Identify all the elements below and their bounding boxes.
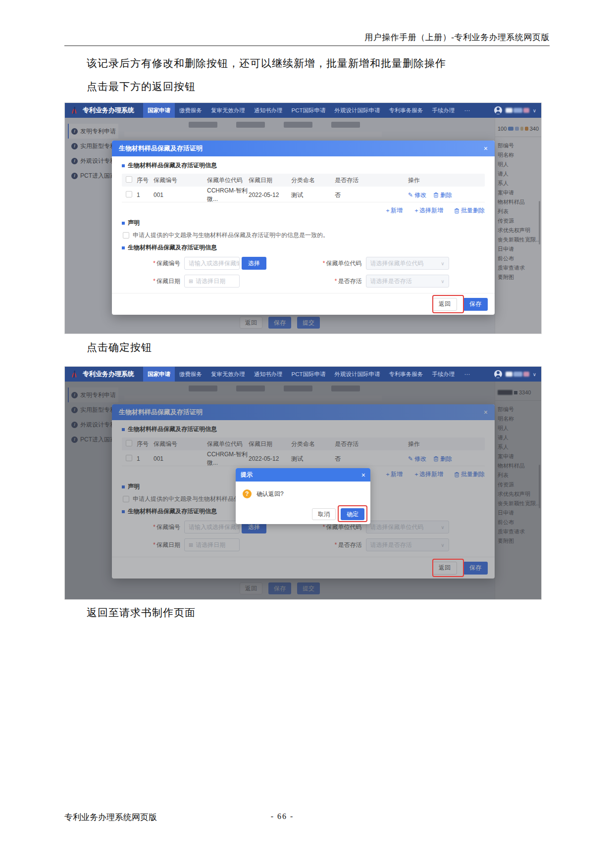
required-mark: *: [153, 278, 155, 285]
modal-back-button[interactable]: 返回: [432, 298, 457, 311]
table-header-cell: 保藏单位代码: [207, 176, 249, 185]
modal-save-button[interactable]: 保存: [463, 298, 488, 311]
nav-item[interactable]: 国家申请: [143, 103, 175, 118]
user-name-redacted: [506, 372, 529, 377]
choose-button[interactable]: 选择: [242, 257, 266, 270]
trash-icon: [454, 208, 460, 214]
user-area: ∨: [494, 106, 536, 114]
select-all-checkbox[interactable]: [126, 176, 132, 183]
nav-item[interactable]: 国家申请: [143, 367, 175, 382]
bio-material-modal: 生物材料样品保藏及存活证明 × 生物材料样品保藏及存活证明信息 序号保藏编号保藏…: [112, 141, 495, 315]
app-screenshot: 专利业务办理系统 国家申请缴费服务复审无效办理通知书办理PCT国际申请外观设计国…: [65, 103, 541, 334]
dialog-footer: 取消 确定: [236, 504, 370, 524]
table-header-cell: 保藏编号: [154, 176, 207, 185]
user-avatar-icon[interactable]: [494, 370, 502, 378]
field-label: 保藏单位代码: [326, 260, 362, 267]
nav-item[interactable]: PCT国际申请: [287, 103, 330, 118]
nav-item[interactable]: 专利事务服务: [385, 367, 428, 382]
preservation-date-input[interactable]: ⊞请选择日期: [184, 275, 240, 288]
app-screenshot: 专利业务办理系统 国家申请缴费服务复审无效办理通知书办理PCT国际申请外观设计国…: [65, 367, 541, 599]
app-title: 专利业务办理系统: [83, 106, 134, 115]
page-content: !发明专利申请!实用新型专利!外观设计专利!PCT进入国家 100 340 33…: [65, 118, 541, 334]
field-label: 是否存活: [338, 278, 362, 285]
modal-title: 生物材料样品保藏及存活证明: [119, 144, 203, 153]
body-text: 该记录后方有修改和删除按钮，还可以继续新增，批量新增和批量删除操作: [87, 56, 446, 70]
chevron-down-icon[interactable]: ∨: [533, 372, 536, 377]
body-text: 点击确定按钮: [87, 340, 152, 354]
app-title: 专利业务办理系统: [83, 370, 134, 379]
page-content: !发明专利申请!实用新型专利!外观设计专利!PCT进入国家 100 340 33…: [65, 382, 541, 599]
add-select-button[interactable]: ＋选择新增: [413, 206, 443, 215]
nav-item[interactable]: 复审无效办理: [206, 367, 250, 382]
table-header-cell: 是否存活: [335, 176, 408, 185]
nav-item[interactable]: 缴费服务: [175, 103, 206, 118]
body-text: 点击最下方的返回按钮: [87, 80, 196, 94]
add-button[interactable]: ＋新增: [385, 206, 403, 215]
dialog-body: ? 确认返回?: [236, 482, 370, 504]
calendar-icon: ⊞: [189, 278, 193, 285]
manual-page: 用户操作手册（上册）-专利业务办理系统网页版 该记录后方有修改和删除按钮，还可以…: [0, 0, 614, 868]
top-navbar: 专利业务办理系统 国家申请缴费服务复审无效办理通知书办理PCT国际申请外观设计国…: [65, 103, 541, 118]
confirm-button[interactable]: 确定: [341, 508, 364, 520]
batch-delete-button[interactable]: 批量删除: [454, 206, 485, 215]
cell-code: 001: [154, 192, 207, 198]
screenshot-1: 专利业务办理系统 国家申请缴费服务复审无效办理通知书办理PCT国际申请外观设计国…: [64, 102, 542, 334]
cell-alive: 否: [335, 191, 408, 199]
field-label: 保藏日期: [156, 278, 180, 285]
preservation-code-input[interactable]: 请输入或选择保藏编: [184, 257, 240, 270]
nav-item[interactable]: 外观设计国际申请: [330, 103, 385, 118]
section-marker-icon: [122, 222, 125, 225]
required-mark: *: [153, 260, 155, 267]
header-rule: [64, 46, 550, 46]
nav-item[interactable]: 缴费服务: [175, 367, 206, 382]
unit-code-select[interactable]: 请选择保藏单位代码∨: [366, 257, 449, 270]
chevron-down-icon: ∨: [441, 279, 444, 284]
edit-link[interactable]: ✎修改: [408, 191, 426, 199]
table-header-cell: 序号: [137, 176, 154, 185]
section-title: 生物材料样品保藏及存活证明信息: [122, 243, 485, 252]
nav-item[interactable]: 通知书办理: [250, 367, 287, 382]
modal-body: 生物材料样品保藏及存活证明信息 序号保藏编号保藏单位代码保藏日期分类命名是否存活…: [112, 156, 495, 293]
dialog-header: 提示 ×: [236, 468, 370, 482]
nav-item[interactable]: 手续办理: [428, 103, 460, 118]
nav-more-button[interactable]: ···: [464, 371, 470, 378]
table-header-cell: 保藏日期: [249, 176, 291, 185]
cell-operations: ✎修改 删除: [408, 191, 485, 199]
nav-item[interactable]: 通知书办理: [250, 103, 287, 118]
alive-select[interactable]: 请选择是否存活∨: [366, 275, 449, 288]
trash-icon: [433, 192, 439, 198]
nav-item[interactable]: 外观设计国际申请: [330, 367, 385, 382]
nav-more-button[interactable]: ···: [464, 107, 470, 114]
screenshot-2: 专利业务办理系统 国家申请缴费服务复审无效办理通知书办理PCT国际申请外观设计国…: [64, 366, 542, 600]
field-label: 保藏编号: [156, 260, 180, 267]
modal-header: 生物材料样品保藏及存活证明 ×: [112, 141, 495, 156]
declaration-text: 申请人提供的中文题录与生物材料样品保藏及存活证明中的信息是一致的。: [133, 231, 329, 240]
required-mark: *: [335, 278, 337, 285]
dialog-title: 提示: [241, 471, 253, 479]
main-nav: 国家申请缴费服务复审无效办理通知书办理PCT国际申请外观设计国际申请专利事务服务…: [143, 367, 460, 382]
nav-item[interactable]: 手续办理: [428, 367, 460, 382]
table-header-row: 序号保藏编号保藏单位代码保藏日期分类命名是否存活操作: [122, 174, 485, 187]
close-icon[interactable]: ×: [361, 472, 365, 479]
document-header: 用户操作手册（上册）-专利业务办理系统网页版: [64, 32, 550, 43]
cell-unit: CCHRGM-智利微...: [207, 187, 249, 203]
app-logo-icon: [70, 369, 79, 379]
section-marker-icon: [122, 246, 125, 249]
user-avatar-icon[interactable]: [494, 106, 502, 114]
section-title: 声明: [122, 219, 485, 227]
nav-item[interactable]: 复审无效办理: [206, 103, 250, 118]
cell-category: 测试: [291, 191, 335, 199]
section-title: 生物材料样品保藏及存活证明信息: [122, 161, 485, 170]
close-icon[interactable]: ×: [484, 145, 488, 152]
delete-link[interactable]: 删除: [433, 191, 452, 199]
user-name-redacted: [506, 108, 529, 113]
main-nav: 国家申请缴费服务复审无效办理通知书办理PCT国际申请外观设计国际申请专利事务服务…: [143, 103, 460, 118]
page-number: - 66 -: [0, 812, 564, 821]
chevron-down-icon[interactable]: ∨: [533, 108, 536, 113]
section-marker-icon: [122, 164, 125, 167]
row-checkbox[interactable]: [126, 191, 132, 197]
declaration-checkbox[interactable]: [123, 232, 129, 239]
nav-item[interactable]: 专利事务服务: [385, 103, 428, 118]
cancel-button[interactable]: 取消: [312, 508, 336, 520]
nav-item[interactable]: PCT国际申请: [287, 367, 330, 382]
